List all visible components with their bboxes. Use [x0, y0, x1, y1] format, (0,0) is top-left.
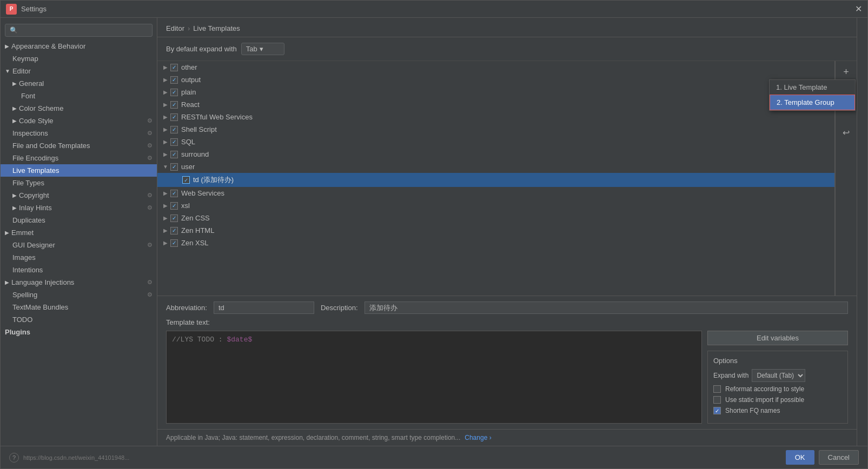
dialog-body: ▶ Appearance & Behavior Keymap ▼ Editor … — [1, 18, 867, 446]
static-import-label: Use static import if possible — [725, 396, 804, 404]
expand-with-select[interactable]: Default (Tab) — [752, 369, 805, 382]
sidebar-item-intentions[interactable]: Intentions — [1, 264, 157, 276]
menu-item-template-group[interactable]: 2. Template Group — [770, 95, 855, 110]
tree-checkbox[interactable]: ✓ — [170, 113, 178, 121]
arrow-icon: ▶ — [12, 105, 17, 111]
tree-item-other[interactable]: ▶ ✓ other — [157, 61, 834, 73]
sidebar-item-file-encodings[interactable]: File Encodings ⚙ — [1, 152, 157, 164]
tree-checkbox[interactable]: ✓ — [170, 202, 178, 210]
menu-item-live-template[interactable]: 1. Live Template — [770, 80, 855, 95]
sidebar-item-appearance[interactable]: ▶ Appearance & Behavior — [1, 40, 157, 52]
undo-button[interactable]: ↩ — [839, 125, 854, 140]
sidebar-item-gui-designer[interactable]: GUI Designer ⚙ — [1, 239, 157, 251]
arrow-icon: ▶ — [12, 118, 17, 124]
sidebar-item-textmate[interactable]: TextMate Bundles — [1, 301, 157, 313]
sidebar-item-todo[interactable]: TODO — [1, 313, 157, 326]
sidebar-item-inspections[interactable]: Inspections ⚙ — [1, 127, 157, 139]
sidebar-label: TextMate Bundles — [12, 303, 68, 311]
tree-checkbox[interactable]: ✓ — [170, 151, 178, 158]
tree-checkbox[interactable]: ✓ — [170, 227, 178, 234]
tree-checkbox[interactable]: ✓ — [170, 76, 178, 84]
search-input[interactable] — [5, 24, 153, 37]
tree-item-sql[interactable]: ▶ ✓ SQL — [157, 136, 834, 148]
expand-arrow-icon: ▶ — [162, 102, 169, 108]
settings-badge: ⚙ — [147, 279, 153, 286]
settings-badge: ⚙ — [147, 291, 153, 298]
sidebar-item-general[interactable]: ▶ General — [1, 77, 157, 90]
sidebar-item-emmet[interactable]: ▶ Emmet — [1, 226, 157, 239]
change-link[interactable]: Change › — [465, 434, 491, 441]
description-input[interactable] — [365, 302, 848, 314]
tree-item-output[interactable]: ▶ ✓ output — [157, 73, 834, 86]
options-panel: Options Expand with Default (Tab) Reform… — [707, 351, 848, 424]
reformat-checkbox[interactable] — [713, 385, 721, 393]
settings-badge: ⚙ — [147, 130, 153, 137]
sidebar-label: Spelling — [12, 291, 37, 299]
sidebar-item-editor[interactable]: ▼ Editor — [1, 65, 157, 77]
tree-item-xsl[interactable]: ▶ ✓ xsl — [157, 199, 834, 212]
sidebar-item-inlay-hints[interactable]: ▶ Inlay Hints ⚙ — [1, 202, 157, 214]
ok-button[interactable]: OK — [786, 450, 814, 465]
tree-checkbox[interactable]: ✓ — [182, 176, 190, 184]
abbreviation-input[interactable] — [214, 302, 314, 314]
footer-left: ? https://blog.csdn.net/weixin_44101948.… — [9, 453, 129, 463]
add-button[interactable]: + — [839, 64, 854, 79]
arrow-icon: ▶ — [12, 205, 17, 211]
tree-checkbox[interactable]: ✓ — [170, 89, 178, 96]
tree-item-restful[interactable]: ▶ ✓ RESTful Web Services — [157, 111, 834, 123]
static-import-checkbox[interactable] — [713, 396, 721, 404]
expand-arrow-icon: ▶ — [162, 215, 169, 221]
tree-item-zenhtml[interactable]: ▶ ✓ Zen HTML — [157, 224, 834, 237]
help-icon[interactable]: ? — [9, 453, 19, 463]
tree-item-label: other — [181, 63, 197, 71]
cancel-button[interactable]: Cancel — [819, 450, 859, 465]
tree-item-surround[interactable]: ▶ ✓ surround — [157, 148, 834, 160]
sidebar-item-duplicates[interactable]: Duplicates — [1, 214, 157, 226]
template-area: ▶ ✓ other ▶ ✓ output ▶ ✓ plain — [157, 61, 857, 296]
tree-item-label: surround — [181, 150, 209, 158]
sidebar-item-language-injections[interactable]: ▶ Language Injections ⚙ — [1, 276, 157, 289]
sidebar-label: File Encodings — [12, 154, 58, 162]
close-button[interactable]: ✕ — [855, 4, 862, 14]
sidebar-item-plugins[interactable]: Plugins — [1, 326, 157, 338]
sidebar-item-copyright[interactable]: ▶ Copyright ⚙ — [1, 189, 157, 202]
tree-checkbox[interactable]: ✓ — [170, 101, 178, 109]
tree-checkbox[interactable]: ✓ — [170, 163, 178, 171]
breadcrumb-current: Live Templates — [193, 24, 240, 32]
sidebar-item-file-code-templates[interactable]: File and Code Templates ⚙ — [1, 139, 157, 152]
code-comment: //LYS TODO : — [172, 336, 227, 344]
tree-item-react[interactable]: ▶ ✓ React — [157, 98, 834, 111]
expand-dropdown[interactable]: Tab ▾ — [241, 43, 284, 55]
sidebar-item-code-style[interactable]: ▶ Code Style ⚙ — [1, 115, 157, 127]
breadcrumb: Editor › Live Templates — [157, 18, 857, 37]
sidebar-item-font[interactable]: Font — [1, 90, 157, 102]
footer-url: https://blog.csdn.net/weixin_44101948... — [23, 454, 129, 461]
tree-item-zencss[interactable]: ▶ ✓ Zen CSS — [157, 212, 834, 224]
tree-actions-panel: + 1. Live Template 2. Template Group ↩ — [835, 61, 857, 296]
sidebar-item-images[interactable]: Images — [1, 251, 157, 264]
tree-item-label: user — [181, 163, 195, 171]
app-icon: P — [6, 4, 17, 15]
shorten-fq-label: Shorten FQ names — [725, 407, 780, 414]
shorten-fq-checkbox[interactable] — [713, 407, 721, 414]
sidebar-item-keymap[interactable]: Keymap — [1, 52, 157, 65]
tree-item-webservices[interactable]: ▶ ✓ Web Services — [157, 187, 834, 199]
tree-item-td[interactable]: ✓ td (添加待办) — [157, 173, 834, 187]
tree-item-zenxsl[interactable]: ▶ ✓ Zen XSL — [157, 237, 834, 249]
tree-checkbox[interactable]: ✓ — [170, 126, 178, 133]
tree-checkbox[interactable]: ✓ — [170, 239, 178, 247]
tree-checkbox[interactable]: ✓ — [170, 64, 178, 71]
tree-checkbox[interactable]: ✓ — [170, 138, 178, 146]
tree-item-plain[interactable]: ▶ ✓ plain — [157, 86, 834, 98]
tree-checkbox[interactable]: ✓ — [170, 190, 178, 197]
tree-item-shell[interactable]: ▶ ✓ Shell Script — [157, 123, 834, 136]
sidebar-item-spelling[interactable]: Spelling ⚙ — [1, 289, 157, 301]
sidebar-item-live-templates[interactable]: Live Templates — [1, 164, 157, 177]
sidebar-label: Copyright — [19, 191, 49, 199]
edit-variables-button[interactable]: Edit variables — [707, 331, 848, 345]
expand-arrow-icon: ▶ — [162, 64, 169, 70]
sidebar-item-file-types[interactable]: File Types — [1, 177, 157, 189]
tree-item-user[interactable]: ▼ ✓ user — [157, 160, 834, 173]
sidebar-item-color-scheme[interactable]: ▶ Color Scheme — [1, 102, 157, 115]
tree-checkbox[interactable]: ✓ — [170, 215, 178, 222]
